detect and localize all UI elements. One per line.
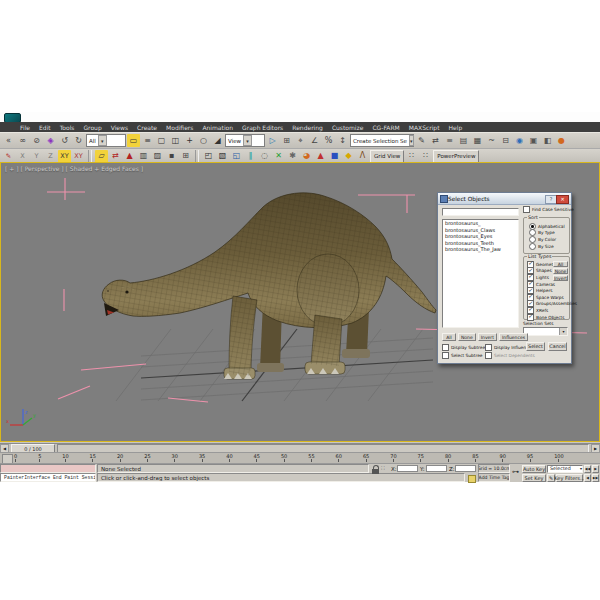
weight-table-icon[interactable]: ▥ xyxy=(137,150,150,163)
state-sets-icon[interactable]: ▧ xyxy=(216,150,229,163)
menu-item[interactable]: Modifiers xyxy=(166,124,193,131)
lasso-selection-icon[interactable]: ◌ xyxy=(258,150,271,163)
schematic-view-icon[interactable]: ⊟ xyxy=(499,134,512,147)
y-coord-field[interactable] xyxy=(426,465,447,472)
civil-view-icon[interactable]: ◱ xyxy=(230,150,243,163)
select-and-link-icon[interactable]: ∞ xyxy=(16,134,29,147)
grow-selection-icon[interactable]: ⊞ xyxy=(179,150,192,163)
menu-item[interactable]: Edit xyxy=(39,124,51,131)
reference-coordinate-dropdown[interactable]: View ▾ xyxy=(225,134,265,147)
list-type-checkbox[interactable]: Space Warps xyxy=(527,294,577,301)
angle-snap-icon[interactable]: ∠ xyxy=(308,134,321,147)
add-time-tag[interactable]: Add Time Tag xyxy=(478,473,510,482)
select-button[interactable]: Select xyxy=(526,342,545,351)
sort-radio[interactable]: By Color xyxy=(529,236,565,243)
sort-radio[interactable]: By Size xyxy=(529,243,565,250)
percent-snap-icon[interactable]: % xyxy=(322,134,335,147)
keyboard-override-icon[interactable]: ⊞ xyxy=(280,134,293,147)
list-type-checkbox[interactable]: Helpers xyxy=(527,287,577,294)
graphite-ribbon-icon[interactable]: ▦ xyxy=(471,134,484,147)
list-action-button[interactable]: Invert xyxy=(478,333,497,341)
selection-set-dropdown[interactable]: Selected ▾ xyxy=(547,465,583,473)
menu-item[interactable]: CG-FARM xyxy=(372,124,399,131)
list-action-button[interactable]: None xyxy=(458,333,476,341)
flyout-collapse-icon[interactable]: « xyxy=(2,134,15,147)
undo-icon[interactable]: ↺ xyxy=(58,134,71,147)
select-by-name-icon[interactable]: ≡ xyxy=(141,134,154,147)
key-filters-button[interactable]: Key Filters... xyxy=(556,474,583,482)
unlink-selection-icon[interactable]: ⊘ xyxy=(30,134,43,147)
list-action-button[interactable]: Influences xyxy=(499,333,528,341)
list-type-checkbox[interactable]: Bone Objects xyxy=(527,314,577,321)
settings-gear-icon[interactable]: ✱ xyxy=(286,150,299,163)
snaps-toggle-icon[interactable]: ⌖ xyxy=(294,134,307,147)
absolute-offset-toggle-icon[interactable]: ∷ xyxy=(381,465,385,471)
selection-sets-dropdown[interactable]: ▾ xyxy=(523,327,568,336)
selection-filter-dropdown[interactable]: All ▾ xyxy=(86,134,126,147)
redo-icon[interactable]: ↻ xyxy=(72,134,85,147)
biped-figure-icon[interactable]: Λ xyxy=(356,150,369,163)
menu-item[interactable]: Animation xyxy=(202,124,233,131)
primitive-yellow-icon[interactable]: ◆ xyxy=(342,150,355,163)
select-subtree-checkbox[interactable]: Select Subtree xyxy=(442,352,482,359)
selection-lock-icon[interactable] xyxy=(372,469,379,474)
play-icon[interactable]: ▶ xyxy=(592,465,599,473)
constraint-x-icon[interactable]: X xyxy=(16,150,29,163)
menu-item[interactable]: Create xyxy=(137,124,157,131)
grid-view-button[interactable]: Grid View xyxy=(370,150,404,163)
list-types-button[interactable]: None xyxy=(553,268,568,274)
dialog-title-bar[interactable]: Select Objects ? ✕ xyxy=(438,193,571,205)
constraint-z-icon[interactable]: Z xyxy=(44,150,57,163)
list-type-checkbox[interactable]: Geometry xyxy=(527,261,577,268)
list-action-button[interactable]: All xyxy=(442,333,456,341)
display-subtree-checkbox[interactable]: Display Subtree xyxy=(442,344,485,351)
menu-item[interactable]: Group xyxy=(83,124,101,131)
go-to-end-icon[interactable]: ▶▶ xyxy=(592,474,599,482)
go-to-start-icon[interactable]: ◀◀ xyxy=(584,465,591,473)
list-types-button[interactable]: Invert xyxy=(553,275,568,281)
constraint-y-icon[interactable]: Y xyxy=(30,150,43,163)
material-editor-icon[interactable]: ◉ xyxy=(513,134,526,147)
viewport-canvas-icon[interactable]: ◰ xyxy=(202,150,215,163)
populate-icon[interactable]: ∥ xyxy=(244,150,257,163)
paint-blend-icon[interactable]: ▲ xyxy=(123,150,136,163)
curve-editor-icon[interactable]: ~ xyxy=(485,134,498,147)
object-name-input[interactable] xyxy=(442,208,519,216)
menu-item[interactable]: MAXScript xyxy=(409,124,440,131)
list-types-button[interactable]: All xyxy=(553,261,568,267)
clear-selection-icon[interactable]: ✕ xyxy=(272,150,285,163)
previous-key-icon[interactable]: ◀ xyxy=(584,474,591,482)
z-coord-field[interactable] xyxy=(455,465,476,472)
constraint-xy-flyout-icon[interactable]: XY xyxy=(72,150,85,163)
select-object-icon[interactable]: ▭ xyxy=(127,134,140,147)
select-and-rotate-icon[interactable]: ○ xyxy=(197,134,210,147)
list-type-checkbox[interactable]: XRefs xyxy=(527,307,577,314)
power-preview-button[interactable]: PowerPreview xyxy=(433,150,479,163)
spinner-snap-icon[interactable]: ↕ xyxy=(336,134,349,147)
render-teapot-icon[interactable]: ◕ xyxy=(300,150,313,163)
find-case-checkbox[interactable]: Find Case Sensitive xyxy=(523,206,574,213)
menu-item[interactable]: Customize xyxy=(332,124,364,131)
rendered-frame-window-icon[interactable]: ◧ xyxy=(541,134,554,147)
list-type-checkbox[interactable]: Lights xyxy=(527,274,577,281)
cancel-button[interactable]: Cancel xyxy=(548,342,567,351)
render-production-icon[interactable]: ● xyxy=(555,134,568,147)
select-and-scale-icon[interactable]: ◢ xyxy=(211,134,224,147)
viewport-label[interactable]: [ + ] [ Perspective ] [ Shaded + Edged F… xyxy=(5,165,143,172)
named-selection-set-dropdown[interactable]: Create Selection Se ▾ xyxy=(350,134,414,147)
paint-options-icon[interactable]: ▱ xyxy=(95,150,108,163)
close-icon[interactable]: ✕ xyxy=(556,195,569,204)
set-key-button[interactable]: Set Key xyxy=(522,474,546,482)
list-type-checkbox[interactable]: Groups/Assemblies xyxy=(527,301,577,308)
select-and-manipulate-icon[interactable]: ▷ xyxy=(266,134,279,147)
auto-key-button[interactable]: Auto Key xyxy=(522,465,546,473)
menu-item[interactable]: Tools xyxy=(60,124,75,131)
snap-grid-b-icon[interactable]: ∷ xyxy=(419,150,432,163)
object-list[interactable]: brontosaurus_brontosaurus_Clawsbrontosau… xyxy=(442,219,519,328)
window-crossing-toggle-icon[interactable]: ◫ xyxy=(169,134,182,147)
rect-selection-region-icon[interactable]: ▢ xyxy=(155,134,168,147)
maxscript-listener-bottom[interactable]: PainterInterface End Paint Session xyxy=(0,473,96,482)
primitive-red-icon[interactable]: ▲ xyxy=(314,150,327,163)
x-coord-field[interactable] xyxy=(397,465,418,472)
select-dependents-checkbox[interactable]: Select Dependents xyxy=(485,352,535,359)
